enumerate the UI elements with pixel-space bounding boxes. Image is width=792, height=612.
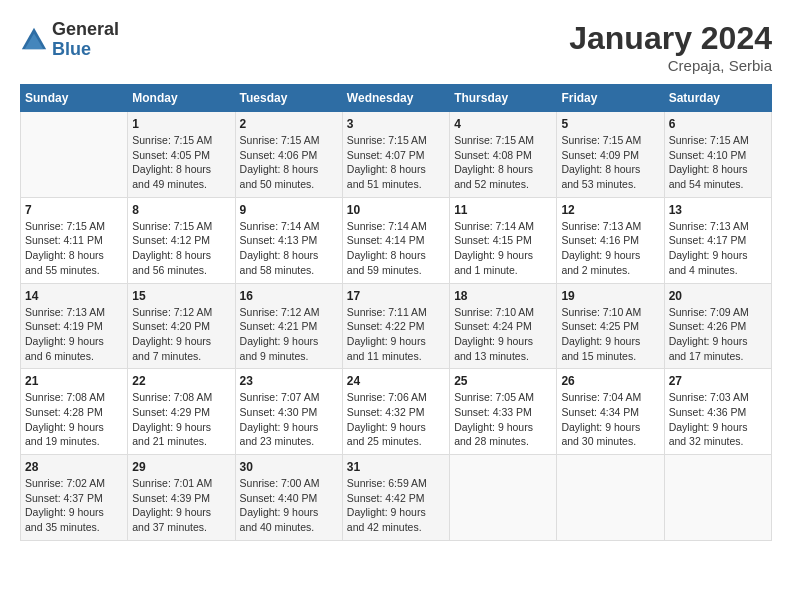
day-number: 15	[132, 289, 230, 303]
day-info: Sunrise: 7:10 AMSunset: 4:24 PMDaylight:…	[454, 305, 552, 364]
day-number: 30	[240, 460, 338, 474]
calendar-week-row: 28Sunrise: 7:02 AMSunset: 4:37 PMDayligh…	[21, 455, 772, 541]
day-number: 20	[669, 289, 767, 303]
day-number: 12	[561, 203, 659, 217]
day-info: Sunrise: 7:01 AMSunset: 4:39 PMDaylight:…	[132, 476, 230, 535]
day-info: Sunrise: 7:08 AMSunset: 4:28 PMDaylight:…	[25, 390, 123, 449]
day-info: Sunrise: 7:05 AMSunset: 4:33 PMDaylight:…	[454, 390, 552, 449]
calendar-day-cell: 18Sunrise: 7:10 AMSunset: 4:24 PMDayligh…	[450, 283, 557, 369]
day-number: 9	[240, 203, 338, 217]
header-row: SundayMondayTuesdayWednesdayThursdayFrid…	[21, 85, 772, 112]
calendar-day-cell: 10Sunrise: 7:14 AMSunset: 4:14 PMDayligh…	[342, 197, 449, 283]
day-info: Sunrise: 7:09 AMSunset: 4:26 PMDaylight:…	[669, 305, 767, 364]
day-number: 29	[132, 460, 230, 474]
day-info: Sunrise: 7:15 AMSunset: 4:06 PMDaylight:…	[240, 133, 338, 192]
calendar-day-cell: 31Sunrise: 6:59 AMSunset: 4:42 PMDayligh…	[342, 455, 449, 541]
day-number: 28	[25, 460, 123, 474]
header-cell-friday: Friday	[557, 85, 664, 112]
day-info: Sunrise: 7:14 AMSunset: 4:13 PMDaylight:…	[240, 219, 338, 278]
day-info: Sunrise: 7:08 AMSunset: 4:29 PMDaylight:…	[132, 390, 230, 449]
calendar-day-cell: 1Sunrise: 7:15 AMSunset: 4:05 PMDaylight…	[128, 112, 235, 198]
calendar-day-cell: 6Sunrise: 7:15 AMSunset: 4:10 PMDaylight…	[664, 112, 771, 198]
calendar-day-cell: 5Sunrise: 7:15 AMSunset: 4:09 PMDaylight…	[557, 112, 664, 198]
calendar-day-cell: 2Sunrise: 7:15 AMSunset: 4:06 PMDaylight…	[235, 112, 342, 198]
day-number: 5	[561, 117, 659, 131]
day-number: 18	[454, 289, 552, 303]
calendar-day-cell: 20Sunrise: 7:09 AMSunset: 4:26 PMDayligh…	[664, 283, 771, 369]
calendar-day-cell: 7Sunrise: 7:15 AMSunset: 4:11 PMDaylight…	[21, 197, 128, 283]
logo-blue-text: Blue	[52, 40, 119, 60]
calendar-day-cell	[21, 112, 128, 198]
day-number: 23	[240, 374, 338, 388]
day-info: Sunrise: 7:00 AMSunset: 4:40 PMDaylight:…	[240, 476, 338, 535]
day-info: Sunrise: 7:15 AMSunset: 4:11 PMDaylight:…	[25, 219, 123, 278]
calendar-day-cell: 19Sunrise: 7:10 AMSunset: 4:25 PMDayligh…	[557, 283, 664, 369]
day-info: Sunrise: 7:14 AMSunset: 4:15 PMDaylight:…	[454, 219, 552, 278]
calendar-day-cell: 26Sunrise: 7:04 AMSunset: 4:34 PMDayligh…	[557, 369, 664, 455]
day-number: 7	[25, 203, 123, 217]
day-info: Sunrise: 7:15 AMSunset: 4:05 PMDaylight:…	[132, 133, 230, 192]
day-number: 8	[132, 203, 230, 217]
calendar-day-cell: 15Sunrise: 7:12 AMSunset: 4:20 PMDayligh…	[128, 283, 235, 369]
calendar-day-cell: 11Sunrise: 7:14 AMSunset: 4:15 PMDayligh…	[450, 197, 557, 283]
day-info: Sunrise: 7:13 AMSunset: 4:17 PMDaylight:…	[669, 219, 767, 278]
day-info: Sunrise: 7:07 AMSunset: 4:30 PMDaylight:…	[240, 390, 338, 449]
calendar-day-cell: 30Sunrise: 7:00 AMSunset: 4:40 PMDayligh…	[235, 455, 342, 541]
day-number: 24	[347, 374, 445, 388]
day-info: Sunrise: 7:02 AMSunset: 4:37 PMDaylight:…	[25, 476, 123, 535]
calendar-day-cell: 24Sunrise: 7:06 AMSunset: 4:32 PMDayligh…	[342, 369, 449, 455]
day-info: Sunrise: 7:12 AMSunset: 4:21 PMDaylight:…	[240, 305, 338, 364]
day-info: Sunrise: 7:13 AMSunset: 4:16 PMDaylight:…	[561, 219, 659, 278]
day-info: Sunrise: 7:15 AMSunset: 4:12 PMDaylight:…	[132, 219, 230, 278]
calendar-week-row: 7Sunrise: 7:15 AMSunset: 4:11 PMDaylight…	[21, 197, 772, 283]
location-subtitle: Crepaja, Serbia	[569, 57, 772, 74]
day-info: Sunrise: 7:13 AMSunset: 4:19 PMDaylight:…	[25, 305, 123, 364]
calendar-day-cell: 12Sunrise: 7:13 AMSunset: 4:16 PMDayligh…	[557, 197, 664, 283]
calendar-day-cell: 16Sunrise: 7:12 AMSunset: 4:21 PMDayligh…	[235, 283, 342, 369]
day-number: 14	[25, 289, 123, 303]
day-info: Sunrise: 7:15 AMSunset: 4:10 PMDaylight:…	[669, 133, 767, 192]
page-header: General Blue January 2024 Crepaja, Serbi…	[20, 20, 772, 74]
day-info: Sunrise: 7:03 AMSunset: 4:36 PMDaylight:…	[669, 390, 767, 449]
calendar-day-cell: 14Sunrise: 7:13 AMSunset: 4:19 PMDayligh…	[21, 283, 128, 369]
day-info: Sunrise: 7:04 AMSunset: 4:34 PMDaylight:…	[561, 390, 659, 449]
day-number: 10	[347, 203, 445, 217]
day-number: 16	[240, 289, 338, 303]
calendar-day-cell: 4Sunrise: 7:15 AMSunset: 4:08 PMDaylight…	[450, 112, 557, 198]
day-number: 3	[347, 117, 445, 131]
calendar-day-cell: 9Sunrise: 7:14 AMSunset: 4:13 PMDaylight…	[235, 197, 342, 283]
day-number: 21	[25, 374, 123, 388]
day-number: 17	[347, 289, 445, 303]
calendar-day-cell	[664, 455, 771, 541]
calendar-week-row: 14Sunrise: 7:13 AMSunset: 4:19 PMDayligh…	[21, 283, 772, 369]
calendar-day-cell: 8Sunrise: 7:15 AMSunset: 4:12 PMDaylight…	[128, 197, 235, 283]
calendar-header: SundayMondayTuesdayWednesdayThursdayFrid…	[21, 85, 772, 112]
day-info: Sunrise: 7:15 AMSunset: 4:09 PMDaylight:…	[561, 133, 659, 192]
header-cell-saturday: Saturday	[664, 85, 771, 112]
calendar-day-cell	[557, 455, 664, 541]
calendar-week-row: 1Sunrise: 7:15 AMSunset: 4:05 PMDaylight…	[21, 112, 772, 198]
logo: General Blue	[20, 20, 119, 60]
calendar-day-cell: 27Sunrise: 7:03 AMSunset: 4:36 PMDayligh…	[664, 369, 771, 455]
day-number: 25	[454, 374, 552, 388]
day-number: 26	[561, 374, 659, 388]
day-number: 1	[132, 117, 230, 131]
header-cell-wednesday: Wednesday	[342, 85, 449, 112]
header-cell-thursday: Thursday	[450, 85, 557, 112]
day-number: 11	[454, 203, 552, 217]
calendar-day-cell: 17Sunrise: 7:11 AMSunset: 4:22 PMDayligh…	[342, 283, 449, 369]
calendar-week-row: 21Sunrise: 7:08 AMSunset: 4:28 PMDayligh…	[21, 369, 772, 455]
day-info: Sunrise: 7:15 AMSunset: 4:07 PMDaylight:…	[347, 133, 445, 192]
day-info: Sunrise: 7:10 AMSunset: 4:25 PMDaylight:…	[561, 305, 659, 364]
day-info: Sunrise: 7:06 AMSunset: 4:32 PMDaylight:…	[347, 390, 445, 449]
day-info: Sunrise: 7:11 AMSunset: 4:22 PMDaylight:…	[347, 305, 445, 364]
calendar-day-cell: 13Sunrise: 7:13 AMSunset: 4:17 PMDayligh…	[664, 197, 771, 283]
day-number: 19	[561, 289, 659, 303]
day-number: 4	[454, 117, 552, 131]
calendar-day-cell: 28Sunrise: 7:02 AMSunset: 4:37 PMDayligh…	[21, 455, 128, 541]
calendar-day-cell	[450, 455, 557, 541]
day-info: Sunrise: 7:15 AMSunset: 4:08 PMDaylight:…	[454, 133, 552, 192]
calendar-day-cell: 25Sunrise: 7:05 AMSunset: 4:33 PMDayligh…	[450, 369, 557, 455]
calendar-day-cell: 23Sunrise: 7:07 AMSunset: 4:30 PMDayligh…	[235, 369, 342, 455]
day-number: 27	[669, 374, 767, 388]
